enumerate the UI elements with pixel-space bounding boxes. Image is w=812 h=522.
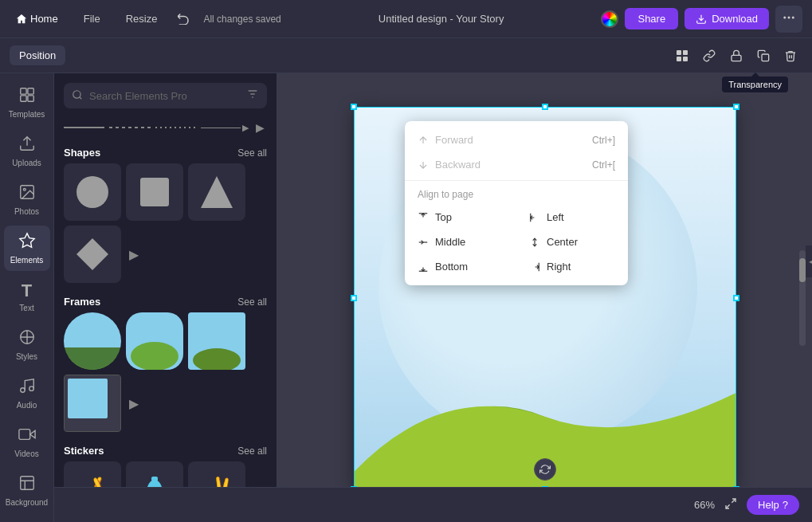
square-shape[interactable] [126, 163, 183, 221]
sidebar-item-background[interactable]: Background [4, 468, 50, 513]
shapes-section-header: Shapes See all [54, 140, 277, 163]
sidebar-item-folders[interactable]: Folders [4, 516, 50, 522]
position-button[interactable]: Position [10, 45, 65, 65]
svg-point-24 [73, 90, 80, 97]
sidebar-item-text[interactable]: T Text [4, 274, 50, 319]
download-button[interactable]: Download [685, 8, 769, 29]
frame-cloud[interactable] [126, 312, 183, 370]
svg-rect-7 [683, 57, 688, 61]
forward-label: Forward [435, 134, 473, 146]
circle-shape[interactable] [64, 163, 121, 221]
context-menu: Forward Ctrl+] Backward Ctrl+[ Align to … [405, 121, 628, 285]
bottom-label: Bottom [435, 261, 468, 273]
templates-icon [18, 86, 36, 108]
svg-line-64 [726, 504, 730, 508]
home-button[interactable]: Home [10, 10, 65, 28]
dashed-line[interactable] [109, 127, 150, 128]
resize-button[interactable]: Resize [120, 10, 164, 28]
stickers-section-header: Stickers See all [54, 438, 277, 461]
resize-handle-tr[interactable] [733, 104, 739, 110]
canvas-scrollbar[interactable] [799, 250, 806, 346]
help-button[interactable]: Help ? [747, 495, 799, 515]
styles-icon [18, 328, 36, 350]
grid-view-button[interactable] [670, 44, 694, 68]
undo-button[interactable] [176, 10, 190, 27]
photos-icon [18, 183, 36, 205]
diamond-shape[interactable] [64, 226, 121, 283]
backward-shortcut: Ctrl+[ [592, 159, 615, 171]
align-center[interactable]: Center [516, 230, 628, 254]
shapes-see-all[interactable]: See all [237, 147, 267, 159]
lock-button[interactable] [724, 44, 748, 68]
sidebar-item-photos[interactable]: Photos [4, 177, 50, 222]
dotted-line[interactable] [155, 127, 196, 128]
videos-label: Videos [14, 449, 38, 458]
copy-button[interactable] [751, 44, 775, 68]
frames-title: Frames [64, 296, 100, 308]
resize-handle-mr[interactable] [733, 295, 739, 301]
filter-button[interactable] [246, 88, 259, 104]
videos-icon [18, 426, 36, 447]
search-input[interactable] [89, 90, 240, 102]
resize-handle-tl[interactable] [351, 104, 357, 110]
shapes-grid: ▶ [54, 163, 277, 289]
svg-point-3 [792, 16, 794, 18]
align-left[interactable]: Left [516, 205, 628, 230]
elements-panel: ▶ ▶ Shapes See all ▶ Frames [54, 73, 277, 522]
backward-label: Backward [435, 159, 481, 171]
frame-partial[interactable] [64, 375, 121, 432]
search-icon [72, 89, 83, 103]
sidebar-item-styles[interactable]: Styles [4, 322, 50, 367]
frame-circle[interactable] [64, 312, 121, 370]
sidebar-item-videos[interactable]: Videos [4, 419, 50, 465]
sidebar: Templates Uploads Photos Elements T Text [0, 73, 54, 522]
sidebar-item-audio[interactable]: Audio [4, 371, 50, 416]
sidebar-item-elements[interactable]: Elements [4, 226, 50, 271]
frame-rect[interactable] [188, 312, 245, 370]
triangle-shape[interactable] [188, 163, 245, 221]
svg-point-19 [20, 388, 25, 393]
svg-point-2 [788, 16, 790, 18]
sidebar-item-templates[interactable]: Templates [4, 80, 50, 125]
solid-line[interactable] [64, 127, 104, 128]
frames-see-all[interactable]: See all [237, 296, 267, 308]
svg-rect-12 [20, 96, 25, 101]
canvas-refresh-button[interactable] [534, 458, 556, 481]
lines-scroll-right[interactable]: ▶ [253, 121, 267, 134]
svg-rect-44 [151, 477, 158, 481]
arrow-line[interactable]: ▶ [201, 123, 249, 133]
align-middle[interactable]: Middle [405, 230, 516, 254]
expand-button[interactable] [724, 497, 737, 513]
text-icon: T [22, 281, 32, 301]
align-top[interactable]: Top [405, 205, 516, 230]
delete-button[interactable] [779, 44, 802, 68]
photos-label: Photos [14, 207, 39, 216]
share-button[interactable]: Share [625, 8, 678, 29]
sidebar-item-uploads[interactable]: Uploads [4, 128, 50, 174]
stickers-see-all[interactable]: See all [237, 445, 267, 457]
align-bottom[interactable]: Bottom [405, 254, 516, 279]
search-bar [64, 83, 267, 108]
more-options-button[interactable] [775, 6, 802, 33]
background-label: Background [6, 498, 48, 507]
stickers-title: Stickers [64, 445, 104, 457]
link-button[interactable] [697, 44, 721, 68]
svg-rect-9 [762, 54, 769, 61]
panel-collapse-handle[interactable]: ◀ [806, 245, 812, 277]
shapes-scroll-right[interactable]: ▶ [126, 247, 142, 262]
color-picker[interactable] [601, 10, 618, 28]
svg-marker-30 [201, 176, 233, 208]
resize-handle-tm[interactable] [542, 104, 548, 110]
resize-handle-ml[interactable] [351, 295, 357, 301]
text-label: Text [19, 304, 33, 312]
frames-grid: ▶ [54, 312, 277, 438]
align-right[interactable]: Right [516, 254, 628, 279]
context-backward[interactable]: Backward Ctrl+[ [405, 152, 628, 177]
svg-rect-29 [140, 178, 169, 206]
home-label: Home [30, 13, 58, 25]
file-button[interactable]: File [77, 10, 107, 28]
svg-marker-17 [19, 234, 33, 247]
context-forward[interactable]: Forward Ctrl+] [405, 128, 628, 152]
middle-label: Middle [435, 236, 465, 248]
frames-scroll-right[interactable]: ▶ [126, 396, 142, 411]
